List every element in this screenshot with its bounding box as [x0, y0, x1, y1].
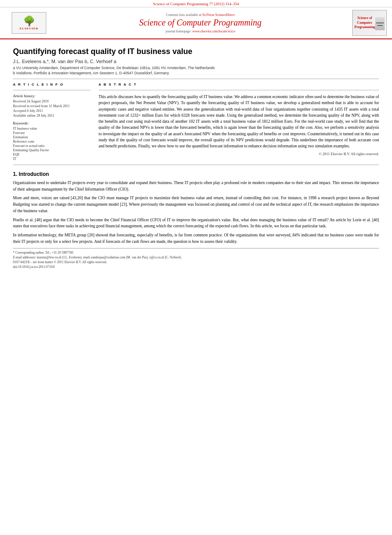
keyword-2: Forecast [13, 131, 91, 135]
intro-para-3: Pisello et al. [48] argue that the CIO n… [13, 217, 379, 229]
footnote-doi: doi:10.1016/j.scico.2011.07.010 [13, 265, 379, 269]
intro-section-title: 1. Introduction [13, 171, 379, 177]
journal-homepage: journal homepage: www.elsevier.com/locat… [56, 29, 344, 33]
elsevier-logo-area: 🌳 ELSEVIER [5, 12, 53, 34]
divider-abstract [99, 90, 379, 90]
keyword-8: IT [13, 157, 91, 161]
elsevier-label: ELSEVIER [19, 27, 38, 30]
main-content: Quantifying forecast quality of IT busin… [0, 39, 392, 274]
abstract-text: This article discusses how to quantify t… [99, 94, 379, 149]
footnotes: * Corresponding author. Tel.: +31 20 598… [13, 248, 379, 269]
received-date: Received 24 August 2010 [13, 99, 91, 103]
available-date: Available online 28 July 2011 [13, 114, 91, 118]
journal-thumbnail: Science of ComputerProgramming ▬▬▬▬▬ [352, 10, 387, 36]
affiliation-b: b Vodafone, Portfolio & Innovation Manag… [13, 71, 379, 75]
homepage-url[interactable]: www.elsevier.com/locate/scico [192, 29, 235, 33]
sciverse-link[interactable]: SciVerse ScienceDirect [202, 13, 235, 17]
footnote-rights: 0167-6423/$ – see front matter © 2011 El… [13, 260, 379, 264]
keyword-3: Estimation [13, 135, 91, 139]
journal-thumbnail-area: Science of ComputerProgramming ▬▬▬▬▬ [348, 10, 387, 36]
intro-para-1: Organizations need to undertake IT proje… [13, 180, 379, 192]
keyword-7: EQF [13, 153, 91, 156]
article-info-column: A R T I C L E I N F O Article history: R… [13, 83, 91, 161]
footnote-emails: E-mail addresses: laurenz@few.vu.nl (J.L… [13, 255, 379, 259]
authors: J.L. Eveleens a,*, M. van der Pas b, C. … [13, 59, 379, 64]
abstract-column: A B S T R A C T This article discusses h… [99, 83, 379, 161]
elsevier-logo-box: 🌳 ELSEVIER [12, 12, 46, 34]
revised-date: Received in revised from 31 March 2011 [13, 104, 91, 108]
accepted-date: Accepted 6 July 2011 [13, 109, 91, 113]
abstract-label: A B S T R A C T [99, 83, 379, 86]
affiliation-a: a VU University Amsterdam, Department of… [13, 66, 379, 70]
divider-2 [13, 165, 379, 165]
article-title: Quantifying forecast quality of IT busin… [13, 47, 379, 56]
keywords-label: Keywords: [13, 121, 91, 125]
footnote-corresponding: * Corresponding author. Tel.: +31 20 598… [13, 251, 379, 255]
journal-header: 🌳 ELSEVIER Contents lists available at S… [0, 7, 392, 39]
article-info-label: A R T I C L E I N F O [13, 83, 91, 86]
copyright-text: © 2011 Elsevier B.V. All rights reserved… [99, 152, 379, 156]
keyword-5: Forecast to actual ratio [13, 144, 91, 148]
intro-para-4: In information technology, the META grou… [13, 232, 379, 245]
contents-available-text: Contents lists available at SciVerse Sci… [56, 13, 344, 17]
intro-para-2: More and more, voices are raised [43,20]… [13, 195, 379, 214]
keyword-4: Reference cone [13, 140, 91, 143]
divider-1 [13, 79, 379, 79]
keyword-6: Estimating Quality Factor [13, 148, 91, 152]
history-label: Article history: [13, 94, 91, 98]
journal-title: Science of Computer Programming [56, 18, 344, 28]
journal-reference: Science of Computer Programming 77 (2012… [0, 0, 392, 7]
divider-info [13, 90, 91, 90]
keyword-1: IT business value [13, 127, 91, 131]
tree-icon: 🌳 [23, 16, 35, 27]
journal-title-area: Contents lists available at SciVerse Sci… [56, 13, 344, 33]
article-info-abstract-row: A R T I C L E I N F O Article history: R… [13, 83, 379, 161]
